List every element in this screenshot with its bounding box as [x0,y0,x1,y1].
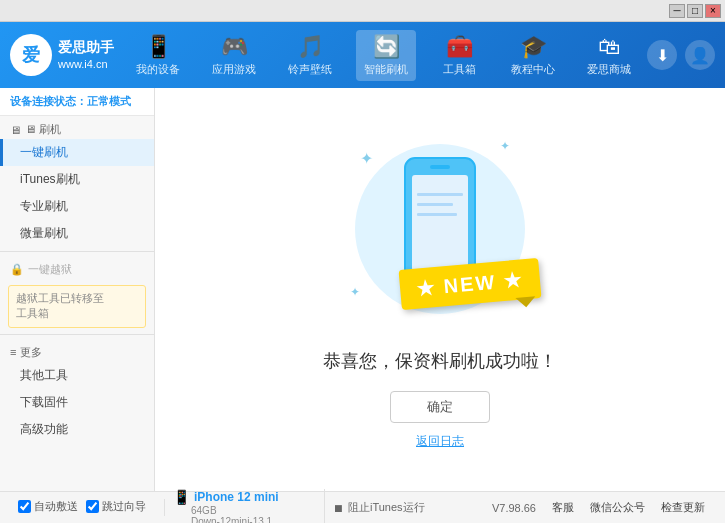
flash-section-header: 🖥 🖥 刷机 [0,116,154,139]
header-right: ⬇ 👤 [647,40,715,70]
checkbox-row: 自动敷送 跳过向导 [18,499,156,514]
flash-icon: 🔄 [373,34,400,60]
tutorial-icon: 🎓 [520,34,547,60]
confirm-button[interactable]: 确定 [390,391,490,423]
bottom-bar: 自动敷送 跳过向导 📱 iPhone 12 mini 64GB Down-12m… [0,491,725,523]
check-update-link[interactable]: 检查更新 [661,500,705,515]
title-bar: ─ □ × [0,0,725,22]
connection-status: 设备连接状态：正常模式 [0,88,154,116]
wechat-official-link[interactable]: 微信公众号 [590,500,645,515]
stop-icon: ⏹ [333,502,344,514]
sidebar: 设备连接状态：正常模式 🖥 🖥 刷机 一键刷机 iTunes刷机 专业刷机 微量… [0,88,155,491]
main-container: 设备连接状态：正常模式 🖥 🖥 刷机 一键刷机 iTunes刷机 专业刷机 微量… [0,88,725,491]
device-storage: 64GB [173,505,316,516]
jailbreak-notice: 越狱工具已转移至工具箱 [8,285,146,328]
itunes-label: 阻止iTunes运行 [348,500,425,515]
back-link[interactable]: 返回日志 [416,433,464,450]
new-badge-wrapper: ★ NEW ★ [400,264,540,304]
itunes-section: ⏹ 阻止iTunes运行 [325,500,433,515]
maximize-btn[interactable]: □ [687,4,703,18]
device-icon: 📱 [145,34,172,60]
skip-wizard-input[interactable] [86,500,99,513]
new-badge-text: ★ NEW ★ [399,258,542,310]
sparkle-top-left: ✦ [360,149,373,168]
svg-rect-3 [430,165,450,169]
more-icon: ≡ [10,346,16,358]
svg-rect-4 [417,193,463,196]
badge-ribbon [515,296,536,308]
phone-illustration: ✦ ✦ ✦ [330,129,550,329]
user-btn[interactable]: 👤 [685,40,715,70]
nav-toolbox[interactable]: 🧰 工具箱 [432,30,487,81]
logo-area: 爱 爱思助手 www.i4.cn [10,34,120,76]
bottom-right-section: V7.98.66 客服 微信公众号 检查更新 [433,500,715,515]
minimize-btn[interactable]: ─ [669,4,685,18]
customer-service-link[interactable]: 客服 [552,500,574,515]
nav-mall[interactable]: 🛍 爱思商城 [579,30,639,81]
header: 爱 爱思助手 www.i4.cn 📱 我的设备 🎮 应用游戏 🎵 铃声壁纸 🔄 … [0,22,725,88]
nav-app-game[interactable]: 🎮 应用游戏 [204,30,264,81]
skip-wizard-checkbox[interactable]: 跳过向导 [86,499,146,514]
device-info-section: 📱 iPhone 12 mini 64GB Down-12mini-13,1 [165,489,325,524]
nav-ringtone[interactable]: 🎵 铃声壁纸 [280,30,340,81]
svg-rect-5 [417,203,453,206]
more-section-header: ≡ 更多 [0,339,154,362]
device-model: Down-12mini-13,1 [173,516,316,524]
auto-connect-input[interactable] [18,500,31,513]
sidebar-item-other-tools[interactable]: 其他工具 [0,362,154,389]
logo-text: 爱思助手 www.i4.cn [58,38,114,73]
phone-bg-circle: ★ NEW ★ [355,144,525,314]
sparkle-bottom-left: ✦ [350,285,360,299]
svg-rect-6 [417,213,457,216]
sparkle-top-right: ✦ [500,139,510,153]
download-btn[interactable]: ⬇ [647,40,677,70]
sidebar-item-pro-flash[interactable]: 专业刷机 [0,193,154,220]
nav-tutorial[interactable]: 🎓 教程中心 [503,30,563,81]
lock-icon: 🔒 [10,263,24,276]
phone-small-icon: 📱 [173,489,190,505]
sidebar-item-one-click-flash[interactable]: 一键刷机 [0,139,154,166]
bottom-left-section: 自动敷送 跳过向导 [10,499,165,516]
divider-2 [0,334,154,335]
divider-1 [0,251,154,252]
content-area: ✦ ✦ ✦ [155,88,725,491]
sidebar-item-itunes-flash[interactable]: iTunes刷机 [0,166,154,193]
congrats-text: 恭喜您，保资料刷机成功啦！ [323,349,557,373]
nav-my-device[interactable]: 📱 我的设备 [128,30,188,81]
monitor-icon: 🖥 [10,124,21,136]
toolbox-icon: 🧰 [446,34,473,60]
sidebar-item-advanced[interactable]: 高级功能 [0,416,154,443]
jailbreak-section-header: 🔒 一键越狱 [0,256,154,279]
auto-connect-checkbox[interactable]: 自动敷送 [18,499,78,514]
device-name: iPhone 12 mini [194,490,279,504]
bottom-full: 自动敷送 跳过向导 📱 iPhone 12 mini 64GB Down-12m… [10,489,715,524]
svg-rect-1 [412,175,468,271]
nav-smart-flash[interactable]: 🔄 智能刷机 [356,30,416,81]
nav-bar: 📱 我的设备 🎮 应用游戏 🎵 铃声壁纸 🔄 智能刷机 🧰 工具箱 🎓 教程中心… [120,30,647,81]
logo-icon: 爱 [10,34,52,76]
ringtone-icon: 🎵 [297,34,324,60]
sidebar-item-download-firmware[interactable]: 下载固件 [0,389,154,416]
mall-icon: 🛍 [598,34,620,60]
sidebar-item-micro-flash[interactable]: 微量刷机 [0,220,154,247]
close-btn[interactable]: × [705,4,721,18]
version-text: V7.98.66 [492,502,536,514]
appgame-icon: 🎮 [221,34,248,60]
